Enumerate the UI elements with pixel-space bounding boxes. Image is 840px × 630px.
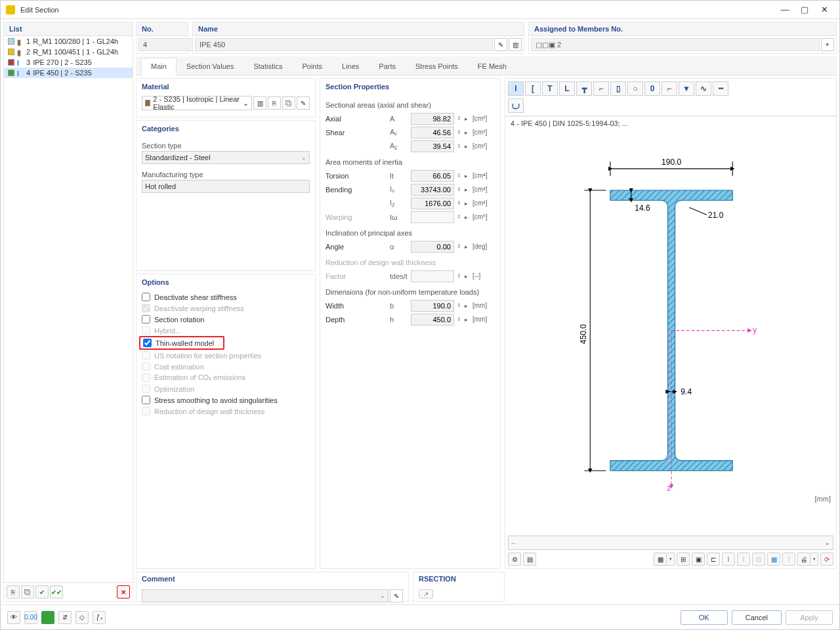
list-panel: List ▮1 R_M1 100/280 | 1 - GL24h▮2 R_M1 … <box>3 22 133 602</box>
property-go-icon[interactable]: ▸ <box>465 273 470 280</box>
apply-button[interactable]: Apply <box>786 610 833 625</box>
cancel-button[interactable]: Cancel <box>732 610 782 625</box>
property-go-icon[interactable]: ▸ <box>465 303 470 309</box>
list-new-button[interactable]: ⎘ <box>7 585 20 598</box>
rsection-launch-button[interactable]: ↗ <box>419 589 433 598</box>
shape-c-button[interactable]: [ <box>525 81 541 96</box>
property-input[interactable] <box>411 198 454 209</box>
status-color-button[interactable] <box>41 611 54 624</box>
shape-i-button[interactable]: I <box>508 81 524 96</box>
preview-btn-12[interactable]: 🖨 <box>797 553 810 566</box>
property-go-icon[interactable]: ▸ <box>465 116 470 122</box>
preview-btn-6[interactable]: ⊏ <box>707 553 720 566</box>
preview-btn-4[interactable]: ⊞ <box>677 553 690 566</box>
property-go-icon[interactable]: ▸ <box>465 243 470 250</box>
list-delete-button[interactable]: ✕ <box>117 585 130 598</box>
tab-points[interactable]: Points <box>292 58 332 75</box>
shape-z-button[interactable]: ⌐ <box>593 81 609 96</box>
property-input[interactable] <box>411 300 454 312</box>
close-button[interactable]: ✕ <box>814 3 834 16</box>
list-check2-button[interactable]: ✔✔ <box>50 585 63 598</box>
option-checkbox[interactable] <box>142 293 150 301</box>
preview-btn-3[interactable]: ▦ <box>654 553 667 566</box>
status-tree-button[interactable]: ⇵ <box>58 611 72 624</box>
material-edit-button[interactable]: ✎ <box>297 96 310 110</box>
comment-edit-button[interactable]: ✎ <box>390 589 403 602</box>
list-item[interactable]: ▮2 R_M1 100/451 | 1 - GL24h <box>4 47 133 57</box>
list-item[interactable]: ▮1 R_M1 100/280 | 1 - GL24h <box>4 36 133 47</box>
shape-wave-button[interactable]: ∿ <box>696 81 711 96</box>
maximize-button[interactable]: ▢ <box>795 3 814 16</box>
preview-btn-10[interactable]: ▦ <box>767 553 780 566</box>
property-input[interactable] <box>411 140 454 152</box>
tab-main[interactable]: Main <box>141 58 177 75</box>
name-edit-button[interactable]: ✎ <box>494 38 507 51</box>
shape-double-i-button[interactable]: I‿I <box>508 98 524 113</box>
tab-stress-points[interactable]: Stress Points <box>406 58 468 75</box>
option-row[interactable]: Section rotation <box>142 314 310 325</box>
list-item[interactable]: I4 IPE 450 | 2 - S235 <box>4 68 133 78</box>
material-combo[interactable]: 2 - S235 | Isotropic | Linear Elastic ⌄ <box>142 96 252 110</box>
option-checkbox[interactable] <box>142 396 150 404</box>
property-go-icon[interactable]: ▸ <box>465 214 470 220</box>
preview-btn-1[interactable]: ⚙ <box>508 553 521 566</box>
assigned-pick-button[interactable]: ⌖ <box>821 38 834 51</box>
property-go-icon[interactable]: ▸ <box>465 200 470 207</box>
comment-combo[interactable]: ⌄ <box>142 589 388 602</box>
property-go-icon[interactable]: ▸ <box>465 186 470 193</box>
property-input[interactable] <box>411 314 454 326</box>
shape-solid-button[interactable]: 0 <box>644 81 660 96</box>
shape-more-button[interactable]: ┅ <box>713 81 728 96</box>
option-row[interactable]: Deactivate shear stiffness <box>142 291 310 303</box>
shape-pipe-button[interactable]: ○ <box>627 81 643 96</box>
property-go-icon[interactable]: ▸ <box>465 173 470 179</box>
status-help-button[interactable]: 👁 <box>7 611 20 624</box>
tab-statistics[interactable]: Statistics <box>243 58 292 75</box>
shape-t-button[interactable]: T <box>542 81 558 96</box>
property-go-icon[interactable]: ▸ <box>465 316 470 323</box>
preview-btn-13[interactable]: ⟳ <box>820 553 833 566</box>
status-info-button[interactable]: ◇ <box>75 611 89 624</box>
shape-rect-button[interactable]: ⌐ <box>662 81 677 96</box>
material-copy-button[interactable]: ⿻ <box>282 96 295 110</box>
name-input[interactable] <box>195 38 493 51</box>
material-new-button[interactable]: ⎘ <box>268 96 281 110</box>
status-fx-button[interactable]: ƒₓ <box>93 611 106 624</box>
property-input[interactable] <box>411 170 454 182</box>
shape-tee2-button[interactable]: ┳ <box>576 81 592 96</box>
preview-footer-combo[interactable]: –⌄ <box>508 536 833 550</box>
tab-section-values[interactable]: Section Values <box>177 58 244 75</box>
shape-l-button[interactable]: L <box>559 81 575 96</box>
preview-btn-11[interactable]: I <box>782 553 795 566</box>
property-input[interactable] <box>411 113 454 125</box>
preview-btn-7[interactable]: I <box>722 553 735 566</box>
list-copy-button[interactable]: ⿻ <box>21 585 34 598</box>
shape-double-button[interactable]: ▼ <box>679 81 694 96</box>
option-checkbox[interactable] <box>142 315 150 324</box>
minimize-button[interactable]: — <box>775 3 795 16</box>
tab-lines[interactable]: Lines <box>332 58 369 75</box>
preview-btn-9[interactable]: ⊡ <box>752 553 765 566</box>
status-calc-button[interactable]: 0.00 <box>24 611 37 624</box>
ok-button[interactable]: OK <box>681 610 728 625</box>
list-item[interactable]: I3 IPE 270 | 2 - S235 <box>4 57 133 68</box>
list-check-button[interactable]: ✔ <box>35 585 49 598</box>
assigned-input[interactable] <box>531 38 820 51</box>
name-library-button[interactable]: ▥ <box>509 38 522 51</box>
option-row[interactable]: Stress smoothing to avoid singularities <box>142 394 310 406</box>
preview-btn-8[interactable]: I <box>737 553 750 566</box>
tab-fe-mesh[interactable]: FE Mesh <box>468 58 516 75</box>
property-go-icon[interactable]: ▸ <box>465 143 470 150</box>
property-go-icon[interactable]: ▸ <box>465 129 470 136</box>
shape-box-button[interactable]: ▯ <box>610 81 626 96</box>
preview-btn-2[interactable]: ▤ <box>523 553 536 566</box>
property-input[interactable] <box>411 241 454 253</box>
property-input[interactable] <box>411 184 454 196</box>
property-input[interactable] <box>411 127 454 138</box>
section-type-combo[interactable]: Standardized - Steel⌄ <box>142 151 310 164</box>
preview-btn-5[interactable]: ▣ <box>692 553 705 566</box>
material-library-button[interactable]: ▥ <box>253 96 266 110</box>
option-row[interactable]: Thin-walled model <box>142 336 310 350</box>
tab-parts[interactable]: Parts <box>369 58 406 75</box>
option-checkbox[interactable] <box>143 339 152 347</box>
